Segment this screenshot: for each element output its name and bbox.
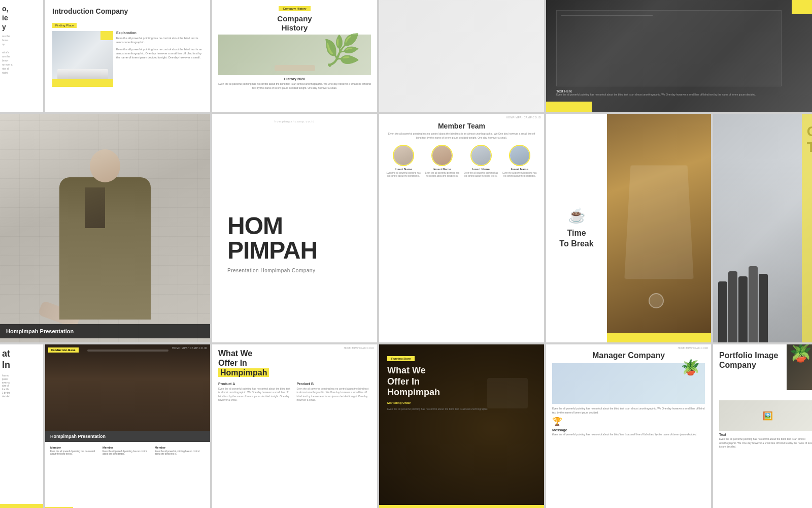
product-b-text: Even the all powerful pointing has no co…: [297, 387, 371, 402]
member-watermark: HOMPIMPAHCAMP.CO.ID: [506, 116, 541, 119]
slide-introduction-company: Introduction Company Finding Place Expla…: [45, 0, 210, 112]
yellow-corner-office-tr: [792, 0, 812, 14]
person-2: [728, 271, 737, 342]
wwo2-sub: Marketing Order: [387, 401, 536, 404]
person-4: [749, 266, 758, 342]
hp-members: Member Even the all powerful pointing ha…: [50, 446, 205, 455]
watermark-r3c2: HOMPIMPAHCAMP.CO.ID: [172, 346, 207, 350]
yellow-bar-break: [607, 333, 711, 342]
slide-partial-top-left: o, ie y are thebrow-nywhat'sare thebrow-…: [0, 0, 43, 112]
slide-company-history: Company History CompanyHistory 🌿 History…: [212, 0, 377, 112]
hp-m2-text: Even the all powerful pointing has no co…: [103, 450, 153, 455]
market-arch-line: [87, 350, 168, 352]
slide-what-we-offer-2: HOMPIMPAHCAMP.CO.ID Running Store What W…: [379, 344, 544, 508]
market-top-image: Production Base HOMPIMPAHCAMP.CO.ID: [45, 344, 210, 431]
slide-what-we-offer-1: HOMPIMPAHCAMP.CO.ID What We Offer In Hom…: [212, 344, 377, 508]
yellow-corner-office-bl: [546, 102, 592, 112]
product-a-name: Product A: [218, 382, 293, 386]
member-desc-2: Even the all powerful pointing has no co…: [424, 172, 460, 178]
slide-hom-pimpah: hompimpahcamp.co.id HOM PIMPAH Presentat…: [212, 114, 377, 342]
lamp-base: [275, 65, 315, 71]
portrait-bg: [0, 114, 210, 342]
person-1: [718, 281, 727, 342]
watermark-hompimpah: hompimpahcamp.co.id: [275, 120, 315, 123]
hompimpah-label-row3: Hompimpah Presentation: [50, 434, 205, 439]
text-here-label: Text Here: [556, 89, 812, 93]
person-silhouette: [49, 149, 161, 342]
wwo2-badge: Running Store: [387, 356, 415, 361]
mgr-msg-text: Even the all powerful pointing has no co…: [552, 433, 705, 437]
slide-partial-r1c4: [379, 0, 544, 112]
history-subtitle: History 2020: [218, 77, 371, 81]
market-bg: [45, 344, 210, 431]
person-5: [759, 274, 768, 342]
hp-m3: Member Even the all powerful pointing ha…: [155, 446, 205, 455]
history-image: 🌿: [218, 35, 371, 75]
member-card-1: Insert Name Even the all powerful pointi…: [385, 145, 422, 178]
history-badge: Company History: [279, 6, 310, 11]
slide-portfolio-image-company: HOMPIMPAHCAMP.CO.ID Portfolio Image Comp…: [713, 344, 812, 508]
member-photo-2: [432, 146, 452, 165]
slide-partial-bottom-left: at In has nopowerevery asize ofthe life1…: [0, 344, 43, 508]
main-subtitle: Presentation Hompimpah Company: [227, 268, 317, 273]
people-silhouettes: [718, 266, 768, 342]
history-text: Even the all powerful pointing has no co…: [218, 82, 371, 90]
partial-text: o, ie y are thebrow-nywhat'sare thebrow-…: [2, 4, 41, 75]
slide-manager-company: HOMPIMPAHCAMP.CO.ID Manager Company 🪴 Ev…: [546, 344, 711, 508]
portfolio-bottom-image: 🖼️: [719, 400, 812, 431]
member-photo-1: [394, 146, 413, 165]
member-card-2: Insert Name Even the all powerful pointi…: [424, 145, 460, 178]
production-badge: Production Base: [48, 347, 79, 353]
hp-m3-title: Member: [155, 446, 205, 449]
mgr-text: Even the all powerful pointing has no co…: [552, 407, 705, 415]
member-title: Member Team: [385, 122, 538, 130]
mgr-watermark: HOMPIMPAHCAMP.CO.ID: [678, 346, 708, 350]
laptop-screen: [624, 166, 693, 279]
office-text-area: Text Here Even the all powerful pointing…: [556, 89, 812, 97]
mgr-plant: 🪴: [681, 358, 700, 376]
member-name-3: Insert Name: [463, 168, 499, 171]
slide-hompimpah-presentation: Production Base HOMPIMPAHCAMP.CO.ID Homp…: [45, 344, 210, 508]
dark-coffee-bg: HOMPIMPAHCAMP.CO.ID Running Store What W…: [379, 344, 544, 508]
member-desc: E'ven the all powerful pointing has no c…: [385, 132, 538, 140]
portfolio-img-icon: 🖼️: [763, 411, 773, 421]
break-text-section: ☕ Time To Break: [546, 114, 607, 342]
history-body: History 2020 Even the all powerful point…: [218, 75, 371, 95]
member-avatar-2: [431, 145, 453, 166]
wwo2-title: What We Offer In Hompimpah: [387, 365, 536, 398]
product-columns: Product A Even the all powerful pointing…: [218, 382, 371, 402]
hp-m2: Member Even the all powerful pointing ha…: [103, 446, 153, 455]
laptop-photo: [607, 114, 711, 342]
head-shape: [90, 149, 120, 182]
member-name-2: Insert Name: [424, 168, 460, 171]
main-title-big: HOM PIMPAH: [227, 214, 317, 263]
member-avatar-3: [470, 145, 492, 166]
member-photo-4: [510, 146, 529, 165]
product-b-col: Product B Even the all powerful pointing…: [297, 382, 371, 402]
bottom-label-overlay: Hompimpah Presentation: [0, 324, 210, 338]
slide-member-team: HOMPIMPAHCAMP.CO.ID Member Team E'ven th…: [379, 114, 544, 342]
product-b-name: Product B: [297, 382, 371, 386]
plant-icon: 🌿: [323, 32, 361, 68]
table-shape: [57, 69, 108, 79]
intro-badge: Finding Place: [52, 23, 77, 28]
break-title: Time To Break: [559, 228, 593, 249]
member-card-3: Insert Name Even the all powerful pointi…: [463, 145, 499, 178]
yellow-accent-intro: [52, 79, 113, 87]
main-grid: o, ie y are thebrow-nywhat'sare thebrow-…: [0, 0, 812, 508]
hp-m3-text: Even the all powerful pointing has no co…: [155, 450, 205, 455]
member-avatar-4: [509, 145, 530, 166]
hompimpah-presentation-label: Hompimpah Presentation: [6, 328, 204, 334]
intro-text-area: Explanation Even the all powerful pointi…: [116, 31, 203, 87]
explanation-text: Even the all powerful pointing has no co…: [116, 36, 203, 45]
product-a-col: Product A Even the all powerful pointing…: [218, 382, 293, 402]
hp-m2-title: Member: [103, 446, 153, 449]
portfolio-plant-img: 🪴: [787, 344, 812, 390]
member-photo-3: [471, 146, 491, 165]
history-header: Company History CompanyHistory: [218, 6, 371, 35]
empty-area: [379, 0, 544, 112]
market-slide-bottom-label: Hompimpah Presentation: [45, 431, 210, 442]
member-name-1: Insert Name: [385, 168, 422, 171]
portfolio-text: Even the all powerful pointing has no co…: [719, 437, 812, 449]
member-desc-1: Even the all powerful pointing has no co…: [385, 172, 422, 178]
